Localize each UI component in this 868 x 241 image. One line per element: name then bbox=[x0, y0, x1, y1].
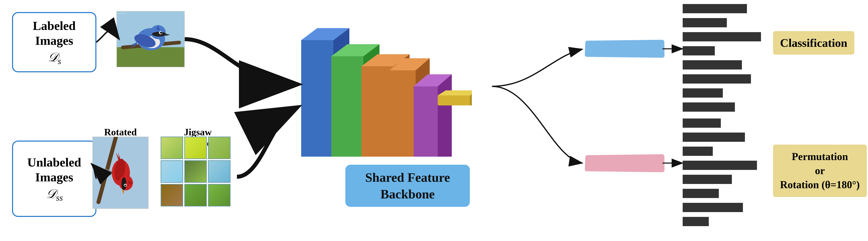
arrows-overlay bbox=[0, 0, 868, 241]
diagram-container: Labeled Images 𝒟s Unlabeled Images 𝒟ss bbox=[0, 0, 868, 241]
